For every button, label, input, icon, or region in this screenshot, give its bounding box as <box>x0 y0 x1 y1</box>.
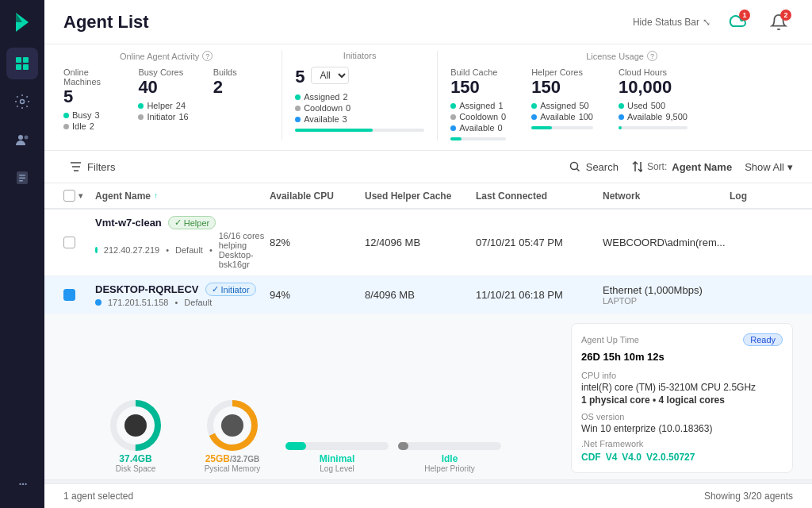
initiators-section-title: Initiators <box>295 51 424 60</box>
sidebar-item-more[interactable]: ··· <box>6 467 38 498</box>
agent-name: Vmt-w7-clean <box>95 217 162 229</box>
sidebar-item-users[interactable] <box>6 124 38 156</box>
license-usage-title: License Usage ? <box>450 51 793 61</box>
chevron-down-icon: ▾ <box>787 161 793 173</box>
svg-rect-10 <box>19 175 25 176</box>
sidebar: ··· <box>0 0 44 508</box>
minimize-icon: ⤡ <box>703 17 710 28</box>
online-activity-title: Online Agent Activity ? <box>63 51 269 61</box>
cache-value: 12/4096 MB <box>365 237 476 248</box>
svg-point-6 <box>21 100 25 104</box>
net-framework-tags: CDF V4 V4.0 V2.0.50727 <box>581 452 783 463</box>
col-network: Network <box>603 190 730 202</box>
search-button[interactable]: Search <box>569 160 619 173</box>
status-bar: Online Agent Activity ? Online Machines … <box>44 44 812 151</box>
memory-metric: 25GB/32.7GB Pysical Memory <box>189 398 276 473</box>
online-activity-info-icon[interactable]: ? <box>202 51 213 61</box>
row-checkbox[interactable] <box>63 237 75 248</box>
notifications-btn[interactable]: 2 <box>764 8 793 37</box>
disk-used: 37.4GB <box>92 453 179 464</box>
agent-info-panel: Agent Up Time Ready 26D 15h 10m 12s CPU … <box>571 323 793 473</box>
agent-table: ▾ Agent Name ↑ Available CPU Used Helper… <box>44 183 812 483</box>
license-info-icon[interactable]: ? <box>647 51 657 61</box>
col-cpu: Available CPU <box>270 190 365 202</box>
agent-tag-helper: ✓ Helper <box>168 216 216 229</box>
check-icon: ✓ <box>174 217 182 228</box>
col-cache: Used Helper Cache <box>365 190 476 202</box>
svg-rect-3 <box>23 57 29 63</box>
selected-count: 1 agent selected <box>63 491 133 502</box>
table-header: ▾ Agent Name ↑ Available CPU Used Helper… <box>44 183 812 210</box>
app-logo[interactable] <box>10 10 35 35</box>
online-dot <box>95 247 98 253</box>
cache-value-2: 8/4096 MB <box>365 289 476 301</box>
row-checkbox-2[interactable] <box>63 289 75 301</box>
filters-button[interactable]: Filters <box>63 157 121 176</box>
log-level-metric: Minimal Log Level <box>285 426 389 473</box>
check-icon-2: ✓ <box>212 284 219 294</box>
helper-priority-metric: Idle Helper Priority <box>398 426 501 473</box>
network-value-2: Ethernet (1,000Mbps) <box>603 284 730 296</box>
toolbar: Filters Search Sort: Agent Name Show All… <box>44 151 812 183</box>
agent-name-2: DESKTOP-RQRLECV <box>95 283 199 295</box>
agent-tag-initiator: ✓ Initiator <box>205 283 256 296</box>
svg-point-7 <box>18 135 23 140</box>
network-value-2b: LAPTOP <box>603 296 730 306</box>
online-dot-2 <box>95 299 102 306</box>
main-content: Agent List Hide Status Bar ⤡ 1 2 <box>44 0 812 508</box>
sidebar-item-dashboard[interactable] <box>6 48 38 79</box>
initiators-filter-select[interactable]: All <box>311 67 349 84</box>
sort-button[interactable]: Sort: Agent Name <box>631 161 732 173</box>
svg-point-19 <box>124 414 147 437</box>
svg-point-22 <box>221 414 243 437</box>
cloud-badge: 1 <box>739 10 750 21</box>
cpu-value: 82% <box>270 237 365 248</box>
select-all-checkbox[interactable]: ▾ <box>63 190 82 202</box>
svg-rect-5 <box>23 64 29 70</box>
agent-row-main[interactable]: Vmt-w7-clean ✓ Helper 212.40.27.219 • De… <box>44 210 812 275</box>
svg-rect-2 <box>16 57 21 63</box>
memory-used: 25GB/32.7GB <box>189 453 276 464</box>
col-last-connected: Last Connected <box>476 190 603 202</box>
sidebar-item-reports[interactable] <box>6 162 38 194</box>
disk-label: Disk Space <box>92 464 179 473</box>
footer: 1 agent selected Showing 3/20 agents <box>44 483 812 508</box>
col-log: Log <box>730 190 793 202</box>
cpu-value-2: 94% <box>270 289 365 301</box>
col-agent-name: Agent Name ↑ <box>95 190 270 202</box>
ready-badge: Ready <box>743 333 783 346</box>
header: Agent List Hide Status Bar ⤡ 1 2 <box>44 0 812 44</box>
toolbar-right: Search Sort: Agent Name Show All ▾ <box>569 160 793 173</box>
svg-point-16 <box>570 163 577 170</box>
svg-rect-12 <box>19 180 23 182</box>
showing-count: Showing 3/20 agents <box>704 491 793 502</box>
svg-rect-4 <box>16 64 21 70</box>
sort-arrow-icon: ↑ <box>154 191 158 200</box>
svg-point-8 <box>25 136 29 140</box>
header-actions: Hide Status Bar ⤡ 1 2 <box>633 8 793 37</box>
agent-row: Vmt-w7-clean ✓ Helper 212.40.27.219 • De… <box>44 210 812 276</box>
memory-donut-chart <box>205 398 260 453</box>
expanded-metrics: 37.4GB Disk Space 25GB/32.7GB <box>44 314 812 479</box>
page-title: Agent List <box>63 12 149 33</box>
sidebar-item-settings[interactable] <box>6 86 38 117</box>
last-connected-value-2: 11/10/21 06:18 PM <box>476 289 603 301</box>
cloud-icon-btn[interactable]: 1 <box>723 8 752 37</box>
network-value: WEBCOORD\admin(rem... <box>603 237 730 248</box>
disk-space-metric: 37.4GB Disk Space <box>92 398 179 473</box>
memory-label: Pysical Memory <box>189 464 276 473</box>
disk-donut-chart <box>108 398 163 453</box>
agent-row-main-2[interactable]: DESKTOP-RQRLECV ✓ Initiator 171.201.51.1… <box>44 276 812 314</box>
show-all-button[interactable]: Show All ▾ <box>745 161 793 173</box>
last-connected-value: 07/10/21 05:47 PM <box>476 237 603 248</box>
agent-row-expanded: DESKTOP-RQRLECV ✓ Initiator 171.201.51.1… <box>44 276 812 483</box>
hide-status-bar-btn[interactable]: Hide Status Bar ⤡ <box>633 17 710 28</box>
svg-rect-11 <box>19 178 25 179</box>
notifications-badge: 2 <box>780 10 791 21</box>
